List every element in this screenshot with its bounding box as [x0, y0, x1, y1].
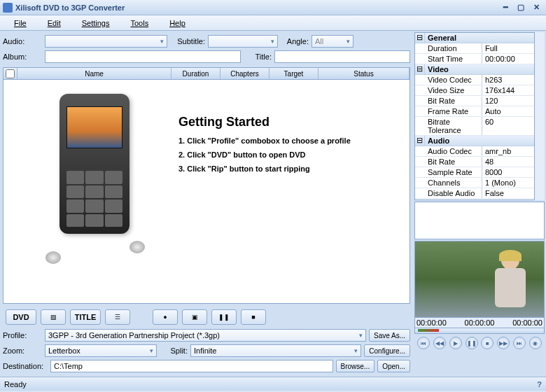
open-button[interactable]: Open...: [377, 360, 410, 372]
expand-icon[interactable]: ⊟: [415, 64, 425, 74]
checkall-checkbox[interactable]: [4, 68, 18, 79]
menu-file[interactable]: File: [14, 19, 27, 27]
progress-bar[interactable]: [414, 328, 545, 334]
prop-value[interactable]: 176x144: [482, 85, 534, 95]
chapter-button[interactable]: ☰: [105, 309, 130, 325]
snapshot-button[interactable]: ◉: [529, 337, 542, 349]
audio-combo[interactable]: [45, 35, 167, 48]
time-current: 00:00:00: [416, 318, 447, 327]
title-input[interactable]: [274, 50, 410, 63]
prop-row[interactable]: Start Time00:00:00: [415, 54, 534, 64]
col-name[interactable]: Name: [18, 68, 172, 79]
prop-row[interactable]: Sample Rate8000: [415, 167, 534, 178]
prop-key: Duration: [415, 43, 482, 53]
prop-value[interactable]: Full: [482, 43, 534, 53]
prop-row[interactable]: Bit Rate48: [415, 157, 534, 167]
split-value: Infinite: [194, 346, 216, 355]
prop-value[interactable]: 8000: [482, 167, 534, 177]
prop-value[interactable]: False: [482, 188, 534, 198]
next-button[interactable]: ⏭: [513, 337, 526, 349]
prop-row[interactable]: Video Codech263: [415, 75, 534, 85]
expand-icon[interactable]: ⊟: [415, 136, 425, 146]
prop-row[interactable]: Video Size176x144: [415, 85, 534, 96]
zoom-combo[interactable]: Letterbox: [45, 344, 157, 357]
destination-value: C:\Temp: [54, 362, 83, 370]
file-list: Getting Started 1. Click "Profile" combo…: [3, 80, 410, 304]
prop-row[interactable]: Bitrate Tolerance60: [415, 117, 534, 136]
menu-settings[interactable]: Settings: [82, 19, 110, 27]
album-input[interactable]: [45, 50, 241, 63]
prop-value[interactable]: 120: [482, 96, 534, 106]
maximize-button[interactable]: ▢: [514, 3, 528, 13]
dvd-folder-button[interactable]: ▧: [41, 309, 66, 325]
phone-illustration: [38, 94, 150, 262]
player-pause-button[interactable]: ❚❚: [465, 337, 478, 349]
guide-step2: 2. Click "DVD" button to open DVD: [178, 150, 351, 159]
prop-row[interactable]: Audio Codecamr_nb: [415, 146, 534, 157]
expand-icon[interactable]: ⊟: [415, 33, 425, 43]
list-header: Name Duration Chapters Target Status: [3, 67, 410, 80]
prop-key: Video Codec: [415, 75, 482, 85]
prop-value[interactable]: 48: [482, 157, 534, 167]
prop-key: Disable Audio: [415, 188, 482, 198]
col-chapters[interactable]: Chapters: [220, 68, 270, 79]
prop-value[interactable]: 60: [482, 117, 534, 135]
menu-edit[interactable]: Edit: [48, 19, 61, 27]
zoom-label: Zoom:: [3, 346, 42, 355]
prop-value[interactable]: 00:00:00: [482, 54, 534, 64]
dvd-button[interactable]: DVD: [6, 309, 36, 325]
prop-row[interactable]: Channels1 (Mono): [415, 178, 534, 188]
profile-combo[interactable]: 3GPP - 3rd Generation Partnership Projec…: [45, 329, 366, 342]
browse-button[interactable]: Browse...: [336, 360, 375, 372]
player-stop-button[interactable]: ■: [481, 337, 493, 349]
forward-button[interactable]: ▶▶: [497, 337, 510, 349]
col-status[interactable]: Status: [318, 68, 410, 79]
zoom-value: Letterbox: [48, 346, 80, 355]
prop-key: Bit Rate: [415, 157, 482, 167]
properties-grid[interactable]: ⊟GeneralDurationFullStart Time00:00:00⊟V…: [414, 32, 535, 200]
angle-combo[interactable]: All: [312, 35, 354, 48]
prop-key: Audio Codec: [415, 146, 482, 156]
prev-button[interactable]: ⏮: [417, 337, 430, 349]
col-target[interactable]: Target: [270, 68, 318, 79]
stop-button[interactable]: ■: [241, 309, 266, 325]
angle-label: Angle:: [281, 37, 309, 46]
album-label: Album:: [3, 52, 42, 61]
title-label: Title:: [244, 52, 272, 61]
menu-help[interactable]: Help: [169, 19, 186, 27]
prop-group: Video: [425, 64, 534, 74]
preview-pane: [414, 241, 545, 318]
prop-value[interactable]: 1 (Mono): [482, 178, 534, 188]
prop-value[interactable]: amr_nb: [482, 146, 534, 156]
destination-input[interactable]: C:\Temp: [50, 360, 333, 372]
subtitle-label: Subtitle:: [170, 37, 205, 46]
close-button[interactable]: ✕: [529, 3, 543, 13]
guide-heading: Getting Started: [178, 115, 351, 130]
menu-tools[interactable]: Tools: [130, 19, 148, 27]
prop-row[interactable]: Frame RateAuto: [415, 106, 534, 117]
profile-value: 3GPP - 3rd Generation Partnership Projec…: [48, 331, 220, 340]
prop-row[interactable]: DurationFull: [415, 43, 534, 54]
rewind-button[interactable]: ◀◀: [433, 337, 446, 349]
pause-button[interactable]: ❚❚: [211, 309, 237, 325]
split-combo[interactable]: Infinite: [190, 344, 361, 357]
help-icon[interactable]: ?: [537, 380, 542, 388]
prop-row[interactable]: Bit Rate120: [415, 96, 534, 106]
prop-row[interactable]: Disable AudioFalse: [415, 188, 534, 199]
minimize-button[interactable]: ━: [498, 3, 512, 13]
guide-step1: 1. Click "Profile" combobox to choose a …: [178, 136, 351, 145]
prop-key: Bit Rate: [415, 96, 482, 106]
play-button[interactable]: ▶: [449, 337, 462, 349]
rip-button[interactable]: ●: [153, 309, 178, 325]
stop-rip-button[interactable]: ▣: [182, 309, 207, 325]
save-as-button[interactable]: Save As...: [369, 329, 410, 342]
description-panel: [414, 202, 545, 239]
prop-value[interactable]: h263: [482, 75, 534, 85]
destination-label: Destination:: [3, 362, 48, 370]
col-duration[interactable]: Duration: [172, 68, 220, 79]
properties-scrollbar[interactable]: [535, 32, 545, 200]
prop-value[interactable]: Auto: [482, 106, 534, 116]
subtitle-combo[interactable]: [208, 35, 278, 48]
title-button[interactable]: TITLE: [70, 309, 101, 325]
configure-button[interactable]: Configure...: [364, 344, 410, 357]
